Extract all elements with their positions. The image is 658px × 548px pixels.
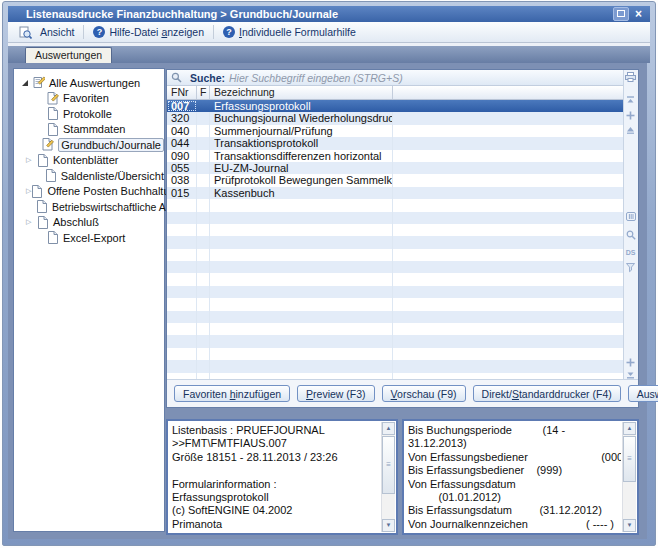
tree-item-stammdaten[interactable]: Stammdaten xyxy=(14,122,164,138)
window-titlebar[interactable]: Listenausdrucke Finanzbuchhaltung > Grun… xyxy=(8,6,650,22)
cell-name: Buchungsjournal Wiederholungsdruck xyxy=(210,112,393,124)
cell-f xyxy=(197,150,210,162)
empty-row xyxy=(167,224,623,236)
toolbar-separator xyxy=(83,25,84,39)
search-input[interactable]: Suche: Hier Suchbegriff eingeben (STRG+S… xyxy=(167,70,623,86)
button-favoriten-hinzufuegen[interactable]: Favoriten hinzufügen xyxy=(174,385,290,402)
scroll-down-button[interactable]: ▼ xyxy=(382,519,395,532)
cell-name: EU-ZM-Journal xyxy=(210,162,393,174)
column-header-fnr[interactable]: FNr xyxy=(167,86,197,99)
printer-icon[interactable] xyxy=(624,72,637,82)
scrollbar-thumb[interactable]: ≡ xyxy=(623,436,636,482)
empty-row xyxy=(167,236,623,248)
window-title: Listenausdrucke Finanzbuchhaltung > Grun… xyxy=(26,8,338,20)
scroll-up-button[interactable]: ▲ xyxy=(382,422,395,435)
tree-item-grundbuch-journale[interactable]: Grundbuch/Journale xyxy=(14,137,164,153)
add-icon[interactable] xyxy=(624,358,637,367)
table-row[interactable]: 044 Transaktionsprotokoll xyxy=(167,137,623,149)
restore-button[interactable] xyxy=(613,7,629,21)
collapsed-arrow-icon[interactable]: ▷ xyxy=(26,218,36,226)
tree-item-saldenliste[interactable]: Saldenliste/Übersicht xyxy=(14,168,164,184)
scroll-up-button[interactable]: ▲ xyxy=(623,422,636,435)
scroll-up-icon[interactable] xyxy=(624,126,637,134)
search-table-icon[interactable] xyxy=(624,230,637,240)
tree-item-label: Offene Posten Buchhaltung xyxy=(47,185,181,197)
cell-f xyxy=(197,100,210,112)
add-row-icon[interactable] xyxy=(624,111,637,120)
cell-fnr: 040 xyxy=(167,125,197,137)
page-icon xyxy=(31,185,43,198)
toolbar-button-hilfe-datei[interactable]: ? Hilfe-Datei anzeigen xyxy=(86,25,211,39)
scrollbar-thumb[interactable]: ≡ xyxy=(382,436,395,494)
page-icon xyxy=(36,154,49,167)
tab-auswertungen[interactable]: Auswertungen xyxy=(25,47,112,63)
scroll-to-bottom-icon[interactable] xyxy=(624,370,637,379)
tree-item-protokolle[interactable]: Protokolle xyxy=(14,106,164,122)
page-icon xyxy=(36,200,48,213)
empty-row xyxy=(167,335,623,347)
results-panel: Suche: Hier Suchbegriff eingeben (STRG+S… xyxy=(166,69,639,408)
scrollbar[interactable]: ▲ ≡ ▼ xyxy=(622,422,636,532)
side-toolbar: DS xyxy=(623,70,638,379)
cell-f xyxy=(197,137,210,149)
cell-name: Transaktionsprotokoll xyxy=(210,137,393,149)
table-row[interactable]: 090 Transaktionsdifferenzen horizontal xyxy=(167,150,623,162)
toolbar: Ansicht ? Hilfe-Datei anzeigen ? Individ… xyxy=(8,22,650,43)
scroll-down-button[interactable]: ▼ xyxy=(623,519,636,532)
close-button[interactable]: × xyxy=(633,8,644,20)
button-vorschau[interactable]: Vorschau (F9) xyxy=(382,385,466,402)
filter-icon[interactable] xyxy=(624,263,637,273)
table-header: FNr F Bezeichnung xyxy=(167,86,623,100)
table-row[interactable]: 040 Summenjournal/Prüfung xyxy=(167,125,623,137)
collapsed-arrow-icon[interactable]: ▷ xyxy=(26,156,36,164)
sort-icon[interactable]: DS xyxy=(624,248,637,258)
column-header-extra[interactable] xyxy=(393,86,623,99)
tab-strip: Auswertungen xyxy=(8,46,650,63)
parameter-info: Bis Buchungsperiode (14 - 31.12.2013) Vo… xyxy=(408,424,621,530)
tree-item-label: Kontenblätter xyxy=(53,154,118,166)
scrollbar[interactable]: ▲ ≡ ▼ xyxy=(381,422,395,532)
cell-name: Transaktionsdifferenzen horizontal xyxy=(210,150,393,162)
empty-row xyxy=(167,360,623,372)
cell-fnr: 038 xyxy=(167,174,197,186)
tree-item-label: Abschluß xyxy=(53,216,99,228)
page-icon xyxy=(45,169,57,182)
button-direkt-standarddrucker[interactable]: Direkt/Standarddrucker (F4) xyxy=(473,385,621,402)
scroll-to-top-icon[interactable] xyxy=(624,96,637,105)
toolbar-button-formularhilfe[interactable]: ? Individuelle Formularhilfe xyxy=(216,25,363,39)
columns-icon[interactable] xyxy=(624,212,637,221)
table-row[interactable]: 038 Prüfprotokoll Bewegungen Sammelkonte… xyxy=(167,174,623,186)
button-auswertung-drucken[interactable]: Auswertung drucken xyxy=(628,385,658,402)
empty-row xyxy=(167,348,623,360)
column-header-bezeichnung[interactable]: Bezeichnung xyxy=(210,86,393,99)
search-icon xyxy=(171,72,182,83)
tree-item-label: Stammdaten xyxy=(63,123,125,135)
column-header-f[interactable]: F xyxy=(197,86,210,99)
cell-f xyxy=(197,125,210,137)
tree-item-betriebswirtschaftliche[interactable]: Betriebswirtschaftliche Auswertungen xyxy=(14,199,164,215)
expanded-arrow-icon[interactable] xyxy=(22,80,28,86)
button-preview[interactable]: Preview (F3) xyxy=(297,385,375,402)
page-icon xyxy=(46,231,59,244)
tree-item-offene-posten[interactable]: ▷ Offene Posten Buchhaltung xyxy=(14,184,164,200)
content-area: Alle Auswertungen Favoriten Protokolle xyxy=(8,63,647,539)
cell-fnr: 090 xyxy=(167,150,197,162)
empty-row xyxy=(167,273,623,285)
tree-item-excel-export[interactable]: Excel-Export xyxy=(14,230,164,246)
tree-item-favoriten[interactable]: Favoriten xyxy=(14,91,164,107)
page-icon xyxy=(46,107,59,120)
cell-fnr: 007 xyxy=(167,100,197,112)
table-row[interactable]: 055 EU-ZM-Journal xyxy=(167,162,623,174)
cell-name: Erfassungsprotokoll xyxy=(210,100,393,112)
tree-item-label-selected: Grundbuch/Journale xyxy=(58,138,164,152)
tree-item-abschluss[interactable]: ▷ Abschluß xyxy=(14,215,164,231)
tree-item-alle-auswertungen[interactable]: Alle Auswertungen xyxy=(14,75,164,91)
table-row-selected[interactable]: 007 Erfassungsprotokoll xyxy=(167,100,623,112)
empty-row xyxy=(167,311,623,323)
toolbar-button-ansicht[interactable]: Ansicht xyxy=(12,25,81,40)
cell-f xyxy=(197,174,210,186)
table-row[interactable]: 320 Buchungsjournal Wiederholungsdruck xyxy=(167,112,623,124)
tree-item-kontenblaetter[interactable]: ▷ Kontenblätter xyxy=(14,153,164,169)
cell-fnr: 320 xyxy=(167,112,197,124)
table-row[interactable]: 015 Kassenbuch xyxy=(167,187,623,199)
